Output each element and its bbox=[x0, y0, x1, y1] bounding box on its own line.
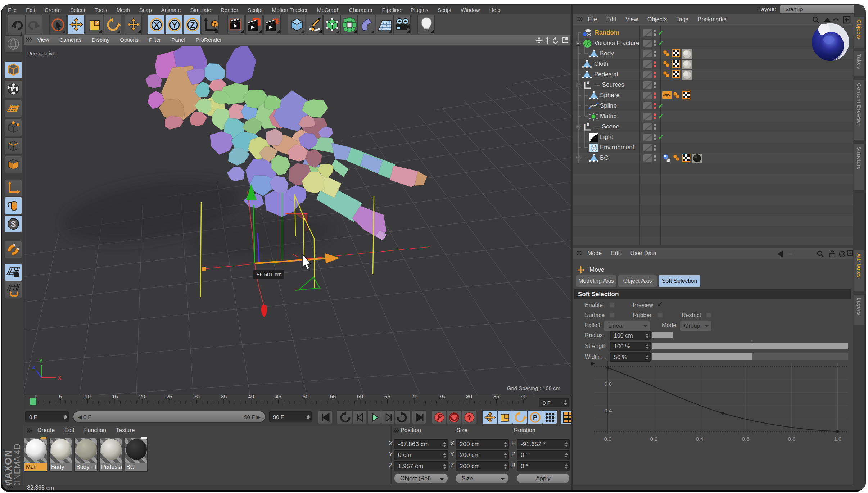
svg-text:1.0: 1.0 bbox=[834, 436, 842, 442]
svg-text:0.8: 0.8 bbox=[604, 381, 612, 387]
svg-text:0.4: 0.4 bbox=[696, 436, 704, 442]
svg-text:0.4: 0.4 bbox=[604, 407, 612, 413]
svg-text:0.2: 0.2 bbox=[650, 436, 658, 442]
svg-text:0.6: 0.6 bbox=[742, 436, 750, 442]
svg-text:0.8: 0.8 bbox=[788, 436, 796, 442]
svg-text:0.0: 0.0 bbox=[604, 436, 612, 442]
